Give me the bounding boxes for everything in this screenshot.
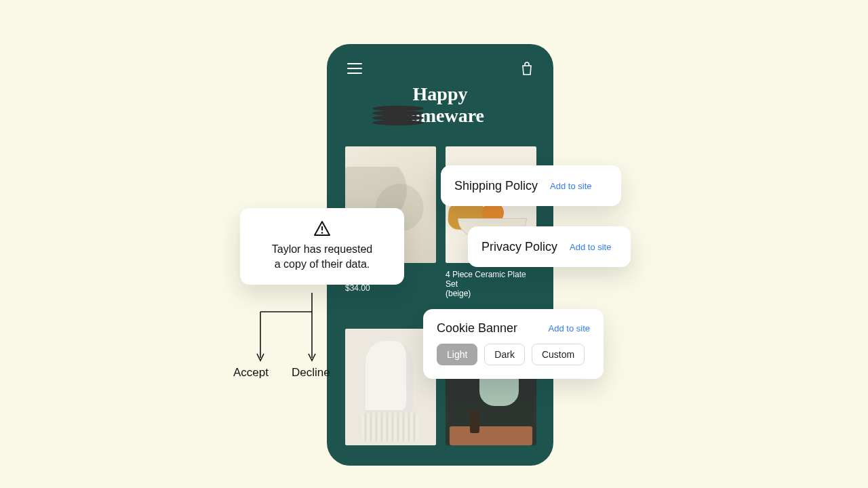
shipping-policy-card: Shipping Policy Add to site [441,165,621,206]
privacy-add-link[interactable]: Add to site [570,242,611,252]
cookie-theme-light[interactable]: Light [437,344,477,365]
store-title-line1: Happy [327,83,553,105]
data-request-line2: a copy of their data. [275,258,370,270]
decline-button[interactable]: Decline [292,366,330,380]
cookie-banner-card: Cookie Banner Add to site Light Dark Cus… [423,309,604,379]
cookie-banner-label: Cookie Banner [437,321,517,336]
store-title-line2: Homeware [327,105,553,127]
flow-arrows-icon [251,293,380,374]
shipping-policy-label: Shipping Policy [454,179,538,193]
data-request-card: Taylor has requested a copy of their dat… [240,208,404,285]
data-request-message: Taylor has requested a copy of their dat… [251,242,393,271]
privacy-policy-card: Privacy Policy Add to site [468,226,631,267]
shipping-add-link[interactable]: Add to site [550,181,591,191]
product-variant: (beige) [446,289,536,298]
decision-flow: Accept Decline [251,293,380,381]
canvas: Happy Homeware mic Plate Set $34.00 4 Pi… [0,0,868,488]
store-title: Happy Homeware [327,83,553,127]
accept-button[interactable]: Accept [233,366,269,380]
cookie-theme-segmented: Light Dark Custom [437,344,590,365]
data-request-line1: Taylor has requested [272,243,373,255]
cookie-theme-custom[interactable]: Custom [532,344,585,365]
product-price: $34.00 [345,283,436,293]
privacy-policy-label: Privacy Policy [481,240,557,254]
hamburger-menu-icon[interactable] [347,63,362,74]
svg-point-1 [321,232,323,234]
product-name: 4 Piece Ceramic Plate Set [446,270,536,289]
warning-icon [251,220,393,237]
shopping-bag-icon[interactable] [521,62,533,75]
cookie-theme-dark[interactable]: Dark [484,344,525,365]
cookie-add-link[interactable]: Add to site [549,323,590,333]
